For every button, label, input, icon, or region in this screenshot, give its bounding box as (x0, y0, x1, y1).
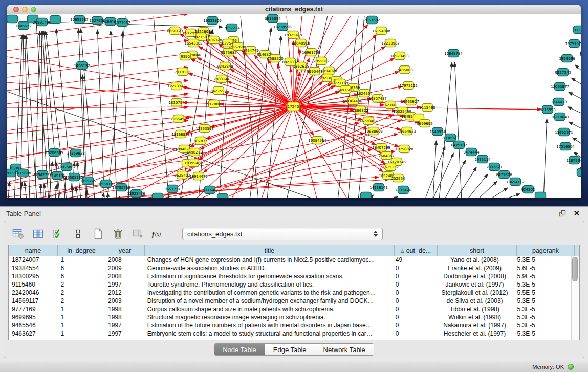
column-header-year[interactable]: year (105, 245, 145, 256)
tab-edge-table[interactable]: Edge Table (265, 344, 315, 355)
table-cell: 1 (58, 330, 105, 338)
graph-node-label: 1810754 (168, 101, 185, 105)
graph-node-label: 17975115 (399, 84, 418, 88)
graph-node-label: 12353593 (195, 127, 214, 131)
graph-node-label: 917004 (207, 102, 221, 106)
table-cell: Changes of HCN gene expression and I(f) … (144, 256, 393, 264)
table-cell: 0 (393, 280, 435, 289)
network-window[interactable]: citations_edges.txt 14055722089140610653… (7, 5, 581, 198)
graph-node-label: 62160 (385, 103, 396, 107)
graph-edge (40, 184, 41, 198)
table-cell: 6 (58, 264, 105, 272)
table-row[interactable]: 946362711997Embryonic stem cells: a mode… (9, 330, 572, 338)
scrollbar-thumb[interactable] (572, 257, 578, 281)
graph-node-label: 8454749 (243, 49, 258, 53)
table-row[interactable]: 969969511998Structural magnetic resonanc… (9, 313, 572, 321)
table-cell: 2 (58, 297, 105, 305)
function-builder-icon[interactable]: f(x) (151, 227, 164, 240)
graph-node[interactable] (50, 16, 61, 24)
graph-node-label: 2718126 (175, 70, 191, 74)
table-row[interactable]: 1830029562008Estimation of significance … (9, 272, 572, 280)
graph-edge (7, 80, 188, 104)
column-header-pagerank[interactable]: pagerank (517, 245, 575, 256)
table-row[interactable]: 1938455462009Genome-wide association stu… (9, 264, 572, 272)
table-cell: Structural magnetic resonance image aver… (144, 313, 393, 321)
table-tabs-row: Node TableEdge TableNetwork Table (7, 343, 581, 356)
close-panel-icon[interactable]: ✕ (572, 209, 582, 218)
graph-node-label: 7857224 (224, 26, 240, 30)
table-row[interactable]: 977716911998Corpus callosum shape and si… (9, 305, 572, 313)
graph-node-label: 17016504 (556, 145, 575, 149)
table-row[interactable]: 911546021997Tourette syndrome. Phenomeno… (9, 280, 572, 289)
graph-node-label: 9175685 (221, 51, 236, 55)
graph-node-label: 6794028 (321, 69, 337, 73)
graph-node[interactable] (535, 192, 546, 199)
table-panel-title: Table Panel (6, 210, 41, 217)
table-cell: 5.5E-5 (514, 289, 572, 297)
graph-node-label: 8215953 (539, 108, 555, 112)
table-row[interactable]: 1872400712008Changes of HCN gene express… (9, 256, 572, 264)
table-cell: Estimation of significance thresholds fo… (144, 272, 393, 280)
tab-node-table[interactable]: Node Table (214, 344, 265, 355)
graph-node-label: 9242848 (217, 64, 233, 69)
graph-edge (44, 184, 46, 198)
row-height-icon[interactable] (71, 227, 84, 240)
graph-node-label: 1362615 (293, 64, 309, 69)
network-desktop: citations_edges.txt 14055722089140610653… (0, 0, 588, 206)
tab-network-table[interactable]: Network Table (315, 344, 374, 355)
table-cell: Embryonic stem cells: a model to study s… (144, 330, 393, 338)
graph-node-label: 1405132 (74, 64, 90, 68)
graph-node-label: 16782759 (112, 186, 130, 190)
table-cell: 0 (393, 297, 435, 305)
network-window-titlebar[interactable]: citations_edges.txt (7, 5, 581, 14)
delete-table-icon[interactable] (131, 227, 144, 240)
graph-node-label: 15720407 (359, 119, 378, 123)
network-canvas[interactable]: 1405572208914061065328715276026466161107… (7, 14, 581, 198)
float-panel-icon[interactable] (557, 209, 568, 218)
table-cell: 2008 (105, 256, 144, 264)
graph-node[interactable] (217, 194, 228, 199)
graph-node-label: 7886322 (352, 108, 368, 113)
table-cell: Corpus callosum shape and size in male p… (144, 305, 393, 313)
graph-edge (194, 106, 293, 198)
column-header-out-de-[interactable]: △out_de... (395, 245, 438, 256)
graph-node-label: 19166822 (171, 133, 190, 137)
delete-column-icon[interactable] (111, 227, 124, 240)
table-cell: 18300295 (9, 272, 58, 280)
graph-node-label: 9474444 (463, 150, 480, 155)
column-header-short[interactable]: short (438, 245, 517, 256)
graph-node-label: 10399489 (184, 161, 203, 165)
graph-node[interactable] (7, 15, 18, 23)
table-scrollbar[interactable] (571, 256, 579, 340)
table-cell: 9777169 (9, 305, 58, 313)
window-title: citations_edges.txt (7, 6, 581, 13)
column-header-title[interactable]: title (145, 245, 395, 256)
graph-edge (454, 62, 462, 198)
show-columns-icon[interactable] (31, 227, 45, 240)
graph-node-label: 1187534 (566, 159, 581, 163)
graph-node-label: 12213987 (381, 41, 400, 46)
column-header-in-degree[interactable]: in_degree (58, 245, 105, 256)
table-cell: 5.3E-5 (514, 313, 572, 321)
graph-node-label: 10973493 (390, 54, 409, 58)
graph-node[interactable] (153, 193, 163, 199)
graph-node[interactable] (577, 169, 581, 177)
table-row[interactable]: 946554611997Estimation of the future num… (9, 321, 572, 330)
network-graph-svg: 1405572208914061065328715276026466161107… (7, 14, 581, 198)
graph-edge (433, 141, 436, 198)
table-row[interactable]: 2242004622012Investigating the contribut… (9, 289, 572, 297)
table-selector[interactable]: citations_edges.txt (182, 228, 383, 240)
create-column-icon[interactable] (91, 227, 104, 240)
graph-edge (261, 106, 293, 198)
table-cell: 9465546 (9, 321, 58, 330)
selection-mode-icon[interactable] (51, 227, 64, 240)
column-header-name[interactable]: name (9, 245, 58, 256)
table-row[interactable]: 1456911722003Disruption of a novel membe… (9, 297, 572, 305)
memory-indicator-icon (568, 364, 574, 370)
graph-edge (81, 29, 95, 198)
sort-indicator-icon: △ (401, 248, 404, 253)
table-panel-header: Table Panel ✕ (0, 207, 588, 220)
graph-node[interactable] (361, 192, 372, 199)
table-cell: Jankovic et al. (1997) (435, 280, 514, 289)
table-options-icon[interactable] (11, 227, 25, 240)
